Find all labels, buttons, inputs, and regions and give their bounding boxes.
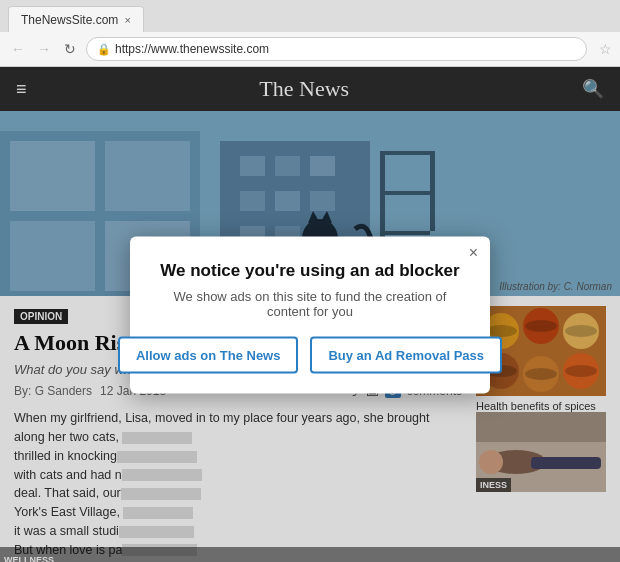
allow-ads-button[interactable]: Allow ads on The News [118, 337, 298, 374]
forward-button[interactable]: → [34, 41, 54, 57]
buy-pass-button[interactable]: Buy an Ad Removal Pass [310, 337, 502, 374]
modal-close-button[interactable]: × [469, 245, 478, 261]
back-button[interactable]: ← [8, 41, 28, 57]
tab-close-button[interactable]: × [124, 14, 130, 26]
url-bar[interactable]: 🔒 https://www.thenewssite.com [86, 37, 587, 61]
bookmark-icon[interactable]: ☆ [599, 41, 612, 57]
refresh-button[interactable]: ↻ [60, 41, 80, 57]
tab-bar: TheNewsSite.com × [0, 0, 620, 32]
lock-icon: 🔒 [97, 43, 111, 56]
modal-subtitle: We show ads on this site to fund the cre… [158, 289, 462, 319]
modal-title: We notice you're using an ad blocker [158, 261, 462, 281]
adblocker-modal: × We notice you're using an ad blocker W… [130, 237, 490, 394]
browser-chrome: TheNewsSite.com × ← → ↻ 🔒 https://www.th… [0, 0, 620, 67]
tab-title: TheNewsSite.com [21, 13, 118, 27]
browser-tab[interactable]: TheNewsSite.com × [8, 6, 144, 32]
url-text: https://www.thenewssite.com [115, 42, 269, 56]
modal-buttons: Allow ads on The News Buy an Ad Removal … [158, 337, 462, 374]
address-bar: ← → ↻ 🔒 https://www.thenewssite.com ☆ [0, 32, 620, 66]
site-wrapper: ≡ The News 🔍 [0, 67, 620, 562]
